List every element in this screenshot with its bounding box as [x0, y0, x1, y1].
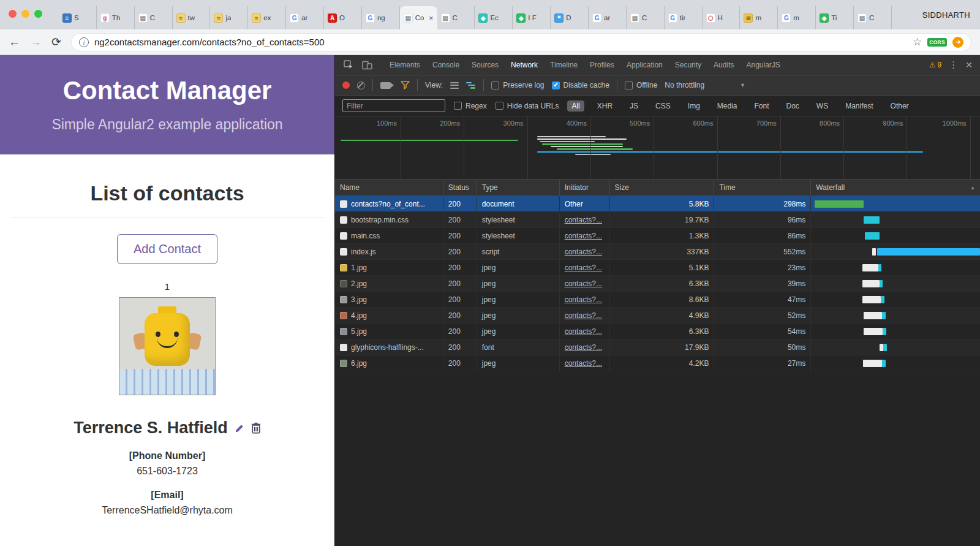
- devtools-close-icon[interactable]: ✕: [965, 60, 973, 70]
- pagination[interactable]: 1: [0, 281, 334, 292]
- initiator-link[interactable]: contacts?...: [565, 248, 602, 256]
- filter-type-doc[interactable]: Doc: [782, 100, 804, 112]
- filter-funnel-icon[interactable]: [401, 81, 410, 89]
- console-warning-badge[interactable]: ⚠9: [929, 61, 941, 69]
- devtools-tab-network[interactable]: Network: [505, 55, 544, 75]
- back-icon[interactable]: ←: [9, 36, 20, 48]
- url-text[interactable]: ng2contactsmanager.com/contacts?no_of_co…: [94, 37, 907, 47]
- browser-tab[interactable]: ❝D: [551, 6, 589, 29]
- filter-type-xhr[interactable]: XHR: [593, 100, 617, 112]
- preserve-log-toggle[interactable]: Preserve log: [491, 81, 544, 89]
- column-header-name[interactable]: Name: [335, 180, 443, 195]
- table-row[interactable]: main.css200stylesheetcontacts?...1.3KB86…: [335, 228, 980, 244]
- add-contact-button[interactable]: Add Contact: [117, 234, 217, 264]
- table-row[interactable]: 5.jpg200jpegcontacts?...6.3KB54ms: [335, 324, 980, 339]
- zoom-window-button[interactable]: [34, 10, 42, 18]
- devtools-tab-sources[interactable]: Sources: [466, 55, 505, 75]
- initiator-link[interactable]: contacts?...: [565, 343, 602, 352]
- browser-tab[interactable]: ◈Ec: [475, 6, 513, 29]
- offline-checkbox[interactable]: [625, 82, 633, 89]
- forward-icon[interactable]: →: [30, 36, 42, 48]
- filter-type-ws[interactable]: WS: [812, 100, 832, 112]
- browser-tab[interactable]: ▤C: [627, 6, 665, 29]
- close-window-button[interactable]: [9, 10, 17, 18]
- initiator-link[interactable]: contacts?...: [565, 311, 602, 320]
- devtools-tab-timeline[interactable]: Timeline: [544, 55, 584, 75]
- browser-tab[interactable]: Gtir: [665, 6, 703, 29]
- table-row[interactable]: 3.jpg200jpegcontacts?...8.6KB47ms: [335, 292, 980, 308]
- regex-checkbox[interactable]: [454, 102, 462, 110]
- browser-tab[interactable]: Gng: [362, 6, 400, 29]
- disable-cache-toggle[interactable]: Disable cache: [552, 81, 609, 89]
- browser-tab[interactable]: AO: [324, 6, 362, 29]
- table-row[interactable]: 2.jpg200jpegcontacts?...6.3KB39ms: [335, 276, 980, 292]
- browser-tab[interactable]: Gm: [778, 6, 816, 29]
- column-header-status[interactable]: Status: [443, 180, 477, 195]
- hide-data-urls-toggle[interactable]: Hide data URLs: [496, 102, 559, 110]
- browser-tab[interactable]: ≈ex: [248, 6, 286, 29]
- browser-tab[interactable]: ▤C: [135, 6, 173, 29]
- initiator-link[interactable]: contacts?...: [565, 295, 602, 304]
- browser-tab[interactable]: Gar: [589, 6, 627, 29]
- table-row[interactable]: bootstrap.min.css200stylesheetcontacts?.…: [335, 212, 980, 228]
- browser-tab[interactable]: ⬡H: [703, 6, 741, 29]
- column-header-waterfall[interactable]: Waterfall▲: [811, 180, 980, 195]
- initiator-link[interactable]: contacts?...: [565, 327, 602, 336]
- filter-type-other[interactable]: Other: [886, 100, 913, 112]
- initiator-link[interactable]: contacts?...: [565, 279, 602, 288]
- page-info-icon[interactable]: i: [79, 37, 89, 47]
- browser-tab[interactable]: ≋m: [740, 6, 778, 29]
- screenshot-capture-icon[interactable]: [380, 82, 391, 89]
- clear-icon[interactable]: [357, 82, 365, 89]
- filter-type-media[interactable]: Media: [713, 100, 742, 112]
- column-header-type[interactable]: Type: [477, 180, 560, 195]
- filter-type-css[interactable]: CSS: [651, 100, 675, 112]
- extension-icon[interactable]: ➜: [952, 37, 963, 48]
- initiator-link[interactable]: contacts?...: [565, 264, 602, 272]
- devtools-tab-console[interactable]: Console: [426, 55, 466, 75]
- browser-tab[interactable]: ▤Co×: [400, 6, 437, 29]
- browser-tab[interactable]: Gar: [286, 6, 324, 29]
- devtools-tab-profiles[interactable]: Profiles: [584, 55, 620, 75]
- profile-name[interactable]: SIDDHARTH: [922, 10, 970, 20]
- preserve-log-checkbox[interactable]: [491, 82, 499, 89]
- column-header-time[interactable]: Time: [714, 180, 811, 195]
- minimize-window-button[interactable]: [21, 10, 29, 18]
- browser-tab[interactable]: ≈tw: [173, 6, 211, 29]
- browser-tab[interactable]: gTh: [97, 6, 135, 29]
- browser-tab[interactable]: ≈ja: [210, 6, 248, 29]
- filter-type-manifest[interactable]: Manifest: [841, 100, 877, 112]
- browser-tab[interactable]: ≡S: [59, 6, 97, 29]
- record-icon[interactable]: [342, 82, 350, 89]
- reload-icon[interactable]: ⟳: [51, 36, 61, 48]
- disable-cache-checkbox[interactable]: [552, 82, 560, 89]
- view-waterfall-icon[interactable]: [466, 82, 476, 89]
- devtools-tab-elements[interactable]: Elements: [383, 55, 426, 75]
- table-row[interactable]: 4.jpg200jpegcontacts?...4.9KB52ms: [335, 308, 980, 324]
- table-row[interactable]: index.js200scriptcontacts?...337KB552ms: [335, 244, 980, 260]
- inspect-element-icon[interactable]: [340, 60, 357, 70]
- browser-tab[interactable]: ◆I F: [513, 6, 551, 29]
- filter-type-font[interactable]: Font: [750, 100, 774, 112]
- devtools-tab-security[interactable]: Security: [669, 55, 707, 75]
- network-overview-timeline[interactable]: 100ms200ms300ms400ms500ms600ms700ms800ms…: [335, 116, 980, 180]
- filter-type-all[interactable]: All: [567, 100, 584, 112]
- bookmark-star-icon[interactable]: ☆: [913, 36, 922, 48]
- url-bar[interactable]: i ng2contactsmanager.com/contacts?no_of_…: [71, 33, 971, 51]
- cors-extension-badge[interactable]: CORS: [927, 38, 947, 47]
- tab-close-icon[interactable]: ×: [429, 13, 434, 23]
- table-row[interactable]: glyphicons-halflings-...200fontcontacts?…: [335, 339, 980, 355]
- column-header-initiator[interactable]: Initiator: [560, 180, 610, 195]
- offline-toggle[interactable]: Offline: [625, 81, 657, 89]
- filter-type-img[interactable]: Img: [684, 100, 704, 112]
- filter-input[interactable]: [342, 99, 445, 112]
- table-row[interactable]: 1.jpg200jpegcontacts?...5.1KB23ms: [335, 260, 980, 276]
- throttling-dropdown[interactable]: No throttling ▼: [665, 81, 745, 89]
- initiator-link[interactable]: contacts?...: [565, 216, 602, 224]
- hide-data-urls-checkbox[interactable]: [496, 102, 503, 110]
- devtools-tab-angularjs[interactable]: AngularJS: [740, 55, 786, 75]
- devtools-menu-icon[interactable]: ⋮: [949, 59, 958, 70]
- browser-tab[interactable]: ▤C: [854, 6, 892, 29]
- regex-toggle[interactable]: Regex: [454, 102, 487, 110]
- browser-tab[interactable]: ▤C: [437, 6, 475, 29]
